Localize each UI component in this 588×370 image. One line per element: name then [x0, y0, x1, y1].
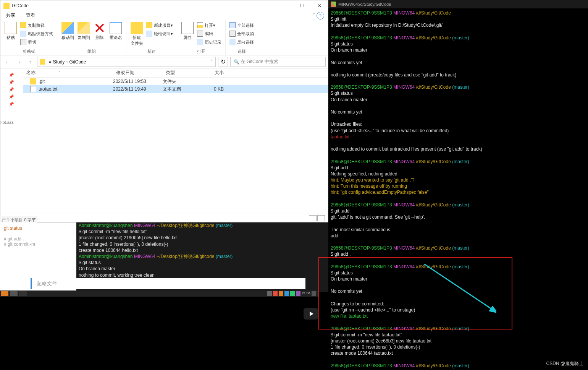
clock[interactable]: 21:04	[302, 291, 310, 296]
col-name[interactable]: 名称˄	[23, 70, 113, 76]
file-list: 名称˄ 修改日期 类型 大小 .git 2022/5/11 19:53 文件夹 …	[23, 68, 328, 214]
group-clipboard: 剪贴板	[3, 48, 55, 55]
history-button[interactable]: 历史记录	[197, 38, 221, 46]
pin-icon[interactable]: 📌	[9, 87, 14, 92]
taskbar-item[interactable]	[1, 291, 8, 296]
folder-icon	[30, 78, 36, 84]
col-type[interactable]: 类型	[163, 70, 204, 76]
textfile-icon	[30, 86, 36, 92]
delete-button[interactable]: 删除	[92, 21, 108, 41]
ribbon-tabs: 共享 查看 ? ˅	[0, 11, 328, 20]
minimize-button[interactable]: —	[276, 0, 294, 11]
back-button[interactable]: ←	[3, 57, 12, 67]
chevron-right-icon: ›	[66, 59, 68, 65]
bc-gitcode[interactable]: GitCode	[69, 59, 86, 65]
tray-icon[interactable]	[296, 291, 300, 296]
tab-view[interactable]: 查看	[26, 12, 35, 19]
select-all-button[interactable]: 全部选择	[229, 21, 254, 29]
group-open: 打开	[179, 48, 223, 55]
ribbon-collapse-icon[interactable]: ˅	[313, 13, 315, 18]
tab-share[interactable]: 共享	[6, 12, 15, 19]
gitbash-titlebar[interactable]: MINGW64:/d/Study/GitCode	[328, 0, 588, 8]
tray-icon[interactable]	[284, 291, 289, 296]
copy-path-button[interactable]: 复制路径	[20, 21, 53, 29]
taskbar-item[interactable]	[19, 291, 27, 296]
pin-icon[interactable]: 📌	[9, 80, 14, 85]
tray-icon[interactable]	[279, 291, 283, 296]
edit-button[interactable]: 编辑	[197, 29, 221, 38]
file-row[interactable]: .git 2022/5/11 19:53 文件夹	[23, 78, 328, 85]
taskbar-item[interactable]	[10, 291, 18, 296]
tray-icon[interactable]	[267, 291, 272, 296]
col-date[interactable]: 修改日期	[113, 70, 163, 76]
copy-to-button[interactable]: 复制到	[76, 21, 92, 41]
ignore-files-heading: 忽略文件	[31, 278, 305, 289]
paste-button[interactable]: 粘贴	[3, 21, 19, 41]
open-button[interactable]: 打开 ▾	[197, 21, 221, 29]
status-bar	[0, 214, 328, 222]
rename-button[interactable]: 重命名	[108, 21, 124, 41]
pin-icon[interactable]: 📌	[9, 73, 14, 78]
gitbash-icon	[331, 2, 336, 7]
forward-button[interactable]: →	[14, 57, 23, 67]
file-row[interactable]: taotao.txt 2022/5/11 19:49 文本文档 0 KB	[23, 85, 328, 93]
properties-button[interactable]: 属性	[179, 21, 195, 41]
breadcrumb[interactable]: « Study › GitCode ˅	[37, 57, 216, 67]
git-bash-window: MINGW64:/d/Study/GitCode 29658@DESKTOP-9…	[328, 0, 588, 333]
easy-access-button[interactable]: 轻松访问 ▾	[146, 29, 173, 38]
watermark: CSDN @鬼鬼骑士	[546, 360, 583, 367]
help-button[interactable]: ?	[317, 12, 324, 19]
select-none-button[interactable]: 全部取消	[229, 29, 254, 38]
search-icon: 🔍	[234, 59, 239, 65]
tray-icon[interactable]	[312, 291, 316, 296]
address-bar-row: ← → ↑ « Study › GitCode ˅ ↻ 🔍 在 GitCode …	[0, 55, 328, 68]
refresh-button[interactable]: ↻	[218, 57, 228, 67]
close-button[interactable]: ✕	[311, 0, 328, 11]
col-size[interactable]: 大小	[204, 70, 227, 76]
move-to-button[interactable]: 移动到	[60, 21, 76, 41]
group-new: 新建	[129, 48, 174, 55]
ribbon: 粘贴 复制路径 粘贴快捷方式 剪切 剪贴板 移动到 复制到 删除 重命名 组织 …	[0, 20, 328, 55]
video-play-icon[interactable]	[304, 308, 318, 320]
paste-shortcut-button[interactable]: 粘贴快捷方式	[20, 29, 53, 38]
taskbar[interactable]: 21:04	[0, 290, 318, 297]
window-title: GitCode	[12, 3, 29, 8]
folder-icon	[40, 59, 45, 65]
bc-study[interactable]: Study	[53, 59, 65, 65]
pin-icon[interactable]: 📌	[9, 94, 14, 100]
terminal-output[interactable]: 29658@DESKTOP-9SSM1P3 MINGW64 /d/Study/G…	[328, 8, 588, 370]
bg-text: >ot.ass	[0, 120, 14, 125]
tray-icon[interactable]	[273, 291, 278, 296]
group-organize: 组织	[60, 48, 124, 55]
invert-selection-button[interactable]: 反向选择	[229, 38, 254, 46]
new-folder-button[interactable]: 新建文件夹	[129, 21, 145, 46]
maximize-button[interactable]: ☐	[294, 0, 311, 11]
folder-icon	[3, 3, 10, 9]
search-input[interactable]: 🔍 在 GitCode 中搜索	[230, 57, 326, 67]
view-icons-button[interactable]	[317, 215, 325, 221]
new-item-button[interactable]: 新建项目 ▾	[146, 21, 173, 29]
up-button[interactable]: ↑	[26, 57, 35, 67]
nav-pane[interactable]: 📌 📌 📌 📌 📌	[0, 68, 23, 214]
chevron-down-icon[interactable]: ˅	[211, 59, 213, 65]
titlebar[interactable]: GitCode — ☐ ✕	[0, 0, 328, 11]
file-explorer: GitCode — ☐ ✕ 共享 查看 ? ˅ 粘贴 复制路径 粘贴快捷方式 剪…	[0, 0, 328, 222]
view-details-button[interactable]	[309, 215, 317, 221]
cut-button[interactable]: 剪切	[20, 38, 53, 46]
group-select: 选择	[228, 48, 255, 55]
pin-icon[interactable]: 📌	[9, 102, 14, 107]
tray-icon[interactable]	[290, 291, 295, 296]
